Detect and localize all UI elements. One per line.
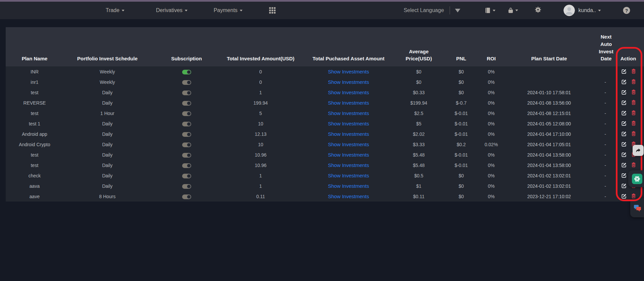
delete-button[interactable] [631, 79, 636, 85]
schedule-cell: Daily [63, 98, 151, 108]
trash-icon [631, 79, 636, 84]
table-row: REVERSE Daily 199.94 Show Investments $1… [6, 98, 644, 108]
edit-button[interactable] [622, 110, 627, 116]
show-investments-link[interactable]: Show Investments [328, 173, 369, 178]
chatgpt-button[interactable] [632, 174, 642, 184]
share-floating-button[interactable] [633, 145, 644, 156]
edit-button[interactable] [622, 193, 627, 200]
nav-menu-payments[interactable]: Payments [214, 7, 243, 13]
show-investments-link[interactable]: Show Investments [328, 131, 369, 137]
apps-grid-icon[interactable] [269, 7, 276, 14]
show-investments-link[interactable]: Show Investments [328, 193, 369, 199]
delete-button[interactable] [631, 68, 636, 75]
edit-button[interactable] [622, 142, 627, 148]
delete-button[interactable] [631, 89, 636, 96]
subscription-toggle[interactable] [182, 153, 191, 158]
plans-table: Plan Name Portfolio Invest Schedule Subs… [6, 27, 644, 202]
edit-button[interactable] [622, 100, 627, 106]
show-investments-link[interactable]: Show Investments [328, 100, 369, 106]
show-investments-link[interactable]: Show Investments [328, 183, 369, 189]
edit-button[interactable] [622, 69, 627, 75]
subscription-toggle[interactable] [182, 184, 191, 189]
invested-amount-cell: 0 [222, 77, 300, 87]
nav-menu-derivatives[interactable]: Derivatives [156, 7, 187, 13]
purchased-asset-cell: Show Investments [300, 170, 397, 181]
plan-name-cell: check [6, 170, 63, 181]
show-investments-link[interactable]: Show Investments [328, 162, 369, 168]
purchased-asset-cell: Show Investments [300, 87, 397, 98]
show-investments-link[interactable]: Show Investments [328, 142, 369, 147]
delete-button[interactable] [631, 100, 636, 106]
subscription-toggle[interactable] [182, 132, 191, 137]
wallet-button[interactable] [508, 7, 518, 14]
subscription-toggle[interactable] [182, 143, 191, 147]
action-cell [612, 118, 644, 129]
separator [450, 6, 450, 14]
settings-button[interactable] [535, 6, 541, 14]
subscription-toggle[interactable] [182, 174, 191, 178]
delete-button[interactable] [631, 162, 636, 168]
invested-amount-cell: 1 [222, 87, 300, 98]
schedule-cell: Daily [63, 118, 151, 129]
chat-floating-button[interactable] [630, 198, 644, 217]
show-investments-link[interactable]: Show Investments [328, 110, 369, 116]
edit-button[interactable] [622, 79, 627, 85]
subscription-toggle[interactable] [182, 80, 191, 85]
pnl-cell: $0 [440, 66, 482, 77]
delete-button[interactable] [631, 110, 636, 116]
average-price-cell: $199.94 [397, 98, 440, 108]
orders-book-button[interactable] [485, 7, 495, 14]
delete-button[interactable] [631, 131, 636, 137]
edit-button[interactable] [622, 152, 627, 158]
show-investments-link[interactable]: Show Investments [328, 79, 369, 85]
subscription-toggle[interactable] [182, 163, 191, 168]
table-row: Android Crypto Daily 10 Show Investments… [6, 139, 644, 150]
avatar[interactable] [564, 5, 575, 16]
language-selector[interactable]: Select Language [404, 6, 460, 14]
table-row: test Daily 10.96 Show Investments $5.48 … [6, 150, 644, 160]
edit-button[interactable] [622, 121, 627, 127]
trash-icon [631, 193, 636, 199]
roi-cell: 0% [482, 87, 500, 98]
roi-cell: 0% [482, 108, 500, 118]
show-investments-link[interactable]: Show Investments [328, 69, 369, 74]
subscription-toggle[interactable] [182, 70, 191, 74]
show-investments-link[interactable]: Show Investments [328, 90, 369, 95]
next-auto-invest-date-cell: - [598, 181, 612, 191]
user-menu[interactable]: kunda.. [578, 7, 601, 13]
plan-name-cell: INR [6, 66, 63, 77]
edit-icon [622, 173, 627, 178]
pnl-cell: $-0.01 [440, 118, 482, 129]
edit-button[interactable] [622, 173, 627, 179]
pnl-cell: $0 [440, 170, 482, 181]
edit-icon [622, 152, 627, 157]
show-investments-link[interactable]: Show Investments [328, 121, 369, 126]
subscription-cell [151, 181, 222, 191]
table-row: INR Weekly 0 Show Investments $0 $0 0% [6, 66, 644, 77]
next-auto-invest-date-cell: - [598, 150, 612, 160]
plan-name-cell: test 1 [6, 118, 63, 129]
edit-button[interactable] [622, 162, 627, 168]
header-plan-name: Plan Name [6, 27, 63, 66]
subscription-toggle[interactable] [182, 194, 191, 199]
edit-button[interactable] [622, 131, 627, 137]
delete-button[interactable] [631, 120, 636, 127]
chat-bubbles-icon [633, 203, 642, 213]
show-investments-link[interactable]: Show Investments [328, 152, 369, 158]
average-price-cell: $2.5 [397, 108, 440, 118]
edit-button[interactable] [622, 90, 627, 96]
edit-button[interactable] [622, 183, 627, 189]
subscription-toggle[interactable] [182, 91, 191, 95]
nav-menu-trade[interactable]: Trade [106, 7, 124, 13]
subscription-cell [151, 66, 222, 77]
subscription-toggle[interactable] [182, 122, 191, 126]
subscription-toggle[interactable] [182, 101, 191, 106]
invested-amount-cell: 10 [222, 118, 300, 129]
action-cell [612, 160, 644, 170]
next-auto-invest-date-cell [598, 66, 612, 77]
subscription-toggle[interactable] [182, 111, 191, 116]
schedule-cell: 8 Hours [63, 191, 151, 202]
table-row: test Daily 1 Show Investments $0.33 $0 0… [6, 87, 644, 98]
help-button[interactable]: ? [623, 7, 630, 14]
purchased-asset-cell: Show Investments [300, 118, 397, 129]
